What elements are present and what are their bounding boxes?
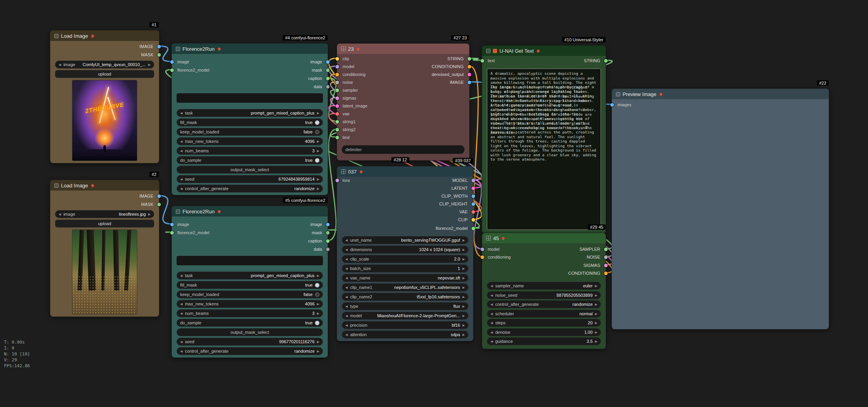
output-mask-select-widget[interactable]: output_mask_select xyxy=(177,328,323,336)
keep-model-loaded-widget[interactable]: keep_model_loadedfalse xyxy=(177,290,323,298)
decrement-arrow-icon[interactable]: ◀ xyxy=(180,350,182,353)
control-after-generate-widget[interactable]: ◀control_after_generaterandomize▶ xyxy=(177,347,323,355)
increment-arrow-icon[interactable]: ▶ xyxy=(317,340,319,344)
port-dot[interactable] xyxy=(468,73,471,76)
port-dot[interactable] xyxy=(335,179,339,182)
output-port-LATENT[interactable]: LATENT xyxy=(452,185,473,191)
output-port-image[interactable]: image xyxy=(310,221,328,228)
do-sample-widget[interactable]: do_sampletrue xyxy=(177,319,323,327)
vae-name-widget[interactable]: ◀vae_namenepovae.sft▶ xyxy=(342,274,468,282)
increment-arrow-icon[interactable]: ▶ xyxy=(317,149,319,153)
port-dot[interactable] xyxy=(472,194,475,198)
port-dot[interactable] xyxy=(326,68,330,72)
node-load2[interactable]: #2Load ImageIMAGEMASK◀imagelineoftrees.j… xyxy=(50,180,159,317)
port-dot[interactable] xyxy=(335,89,339,92)
model-widget[interactable]: ◀modelMiaoshouAI/Florence-2-large-Prompt… xyxy=(342,312,468,320)
port-dot[interactable] xyxy=(335,96,339,100)
num-beams-widget[interactable]: ◀num_beams3▶ xyxy=(177,309,323,317)
output-port-MODEL[interactable]: MODEL xyxy=(452,177,473,183)
port-dot[interactable] xyxy=(610,103,614,107)
decrement-arrow-icon[interactable]: ◀ xyxy=(345,286,348,289)
input-port-sigmas[interactable]: sigmas xyxy=(337,95,356,101)
seed-widget[interactable]: ◀seed679248438959814▶ xyxy=(177,175,323,183)
batch-size-widget[interactable]: ◀batch_size1▶ xyxy=(342,265,468,272)
output-port-caption[interactable]: caption xyxy=(308,75,328,81)
increment-arrow-icon[interactable]: ▶ xyxy=(463,295,465,299)
port-dot[interactable] xyxy=(481,255,484,259)
node-f2r4[interactable]: #4 comfyui-florence2Florence2Runimageflo… xyxy=(171,43,328,195)
output-port-STRING[interactable]: STRING xyxy=(584,57,606,64)
output-port-CLIP_WIDTH[interactable]: CLIP_WIDTH xyxy=(441,193,473,199)
output-port-florence2_model[interactable]: florence2_model xyxy=(436,225,473,231)
input-port-noise[interactable]: noise xyxy=(337,79,353,85)
node-title-bar[interactable]: Preview Image xyxy=(612,89,829,99)
unet-name-widget[interactable]: ◀unet_namebento_servingTWOGGUF.gguf▶ xyxy=(342,236,468,244)
port-dot[interactable] xyxy=(472,202,475,206)
control-after-generate-widget[interactable]: ◀control_after_generaterandomize▶ xyxy=(487,300,601,308)
node-title-bar[interactable]: Load Image xyxy=(50,31,159,41)
seed-widget[interactable]: ◀seed996770201116276▶ xyxy=(177,338,323,346)
port-dot[interactable] xyxy=(472,218,475,222)
node-unai[interactable]: #10 Universal-StylerU-NAI Get TexttextST… xyxy=(482,45,606,233)
input-port-text[interactable]: text xyxy=(482,57,495,64)
port-dot[interactable] xyxy=(472,187,475,190)
node-f2r5[interactable]: #5 comfyui-florence2Florence2Runimageflo… xyxy=(171,206,328,358)
decrement-arrow-icon[interactable]: ◀ xyxy=(490,331,493,334)
output-port-VAE[interactable]: VAE xyxy=(459,209,473,215)
output-port-CLIP[interactable]: CLIP xyxy=(458,216,473,223)
scheduler-widget[interactable]: ◀schedulernormal▶ xyxy=(487,310,601,318)
decrement-arrow-icon[interactable]: ◀ xyxy=(180,274,182,278)
input-port-conditioning[interactable]: conditioning xyxy=(482,254,511,260)
task-widget[interactable]: ◀taskprompt_gen_mixed_caption_plus▶ xyxy=(177,109,323,117)
decrement-arrow-icon[interactable]: ◀ xyxy=(59,63,61,67)
increment-arrow-icon[interactable]: ▶ xyxy=(463,305,465,308)
increment-arrow-icon[interactable]: ▶ xyxy=(463,239,465,242)
output-port-SIGMAS[interactable]: SIGMAS xyxy=(583,262,606,268)
type-widget[interactable]: ◀typeflux▶ xyxy=(342,302,468,310)
input-port-lora[interactable]: lora xyxy=(337,177,350,183)
output-port-mask[interactable]: mask xyxy=(312,229,328,236)
output-port-SAMPLER[interactable]: SAMPLER xyxy=(579,246,606,252)
input-port-string2[interactable]: string2 xyxy=(337,126,356,133)
port-dot[interactable] xyxy=(335,128,339,131)
decrement-arrow-icon[interactable]: ◀ xyxy=(345,257,348,261)
port-dot[interactable] xyxy=(326,60,330,64)
toggle-knob[interactable] xyxy=(315,292,319,297)
collapse-icon[interactable] xyxy=(54,34,59,38)
port-dot[interactable] xyxy=(335,104,339,108)
port-dot[interactable] xyxy=(157,194,161,198)
increment-arrow-icon[interactable]: ▶ xyxy=(148,213,151,216)
port-dot[interactable] xyxy=(335,81,339,84)
increment-arrow-icon[interactable]: ▶ xyxy=(595,284,597,288)
prompt-textarea[interactable]: A dramatic, apocalyptic scene depicting … xyxy=(487,68,601,230)
port-dot[interactable] xyxy=(604,59,608,63)
increment-arrow-icon[interactable]: ▶ xyxy=(463,314,465,318)
output-port-mask[interactable]: mask xyxy=(312,67,328,73)
input-port-latent_image[interactable]: latent_image xyxy=(337,103,367,109)
input-port-image[interactable]: image xyxy=(172,221,189,228)
control-after-generate-widget[interactable]: ◀control_after_generaterandomize▶ xyxy=(177,185,323,192)
node-n037[interactable]: #39 037037loraMODELLATENTCLIP_WIDTHCLIP_… xyxy=(337,166,474,341)
port-dot[interactable] xyxy=(472,227,475,230)
output-port-MASK[interactable]: MASK xyxy=(141,52,159,58)
increment-arrow-icon[interactable]: ▶ xyxy=(463,248,465,252)
keep-model-loaded-widget[interactable]: keep_model_loadedfalse xyxy=(177,128,323,136)
increment-arrow-icon[interactable]: ▶ xyxy=(317,187,319,191)
port-dot[interactable] xyxy=(481,59,484,63)
port-dot[interactable] xyxy=(335,57,339,61)
increment-arrow-icon[interactable]: ▶ xyxy=(595,294,597,297)
output-port-CLIP_HEIGHT[interactable]: CLIP_HEIGHT xyxy=(439,201,473,207)
node-title-bar[interactable]: Florence2Run xyxy=(172,44,328,54)
port-dot[interactable] xyxy=(157,45,161,48)
decrement-arrow-icon[interactable]: ◀ xyxy=(490,284,493,288)
do-sample-widget[interactable]: do_sampletrue xyxy=(177,156,323,164)
collapse-icon[interactable] xyxy=(54,183,59,188)
delimiter-widget[interactable]: delimiter xyxy=(342,145,464,154)
decrement-arrow-icon[interactable]: ◀ xyxy=(490,321,493,325)
port-dot[interactable] xyxy=(326,239,330,243)
group-node-icon[interactable] xyxy=(341,169,346,174)
increment-arrow-icon[interactable]: ▶ xyxy=(463,267,465,270)
port-dot[interactable] xyxy=(468,57,471,61)
increment-arrow-icon[interactable]: ▶ xyxy=(463,333,465,337)
node-preview22[interactable]: #22Preview Imageimages xyxy=(612,89,829,329)
